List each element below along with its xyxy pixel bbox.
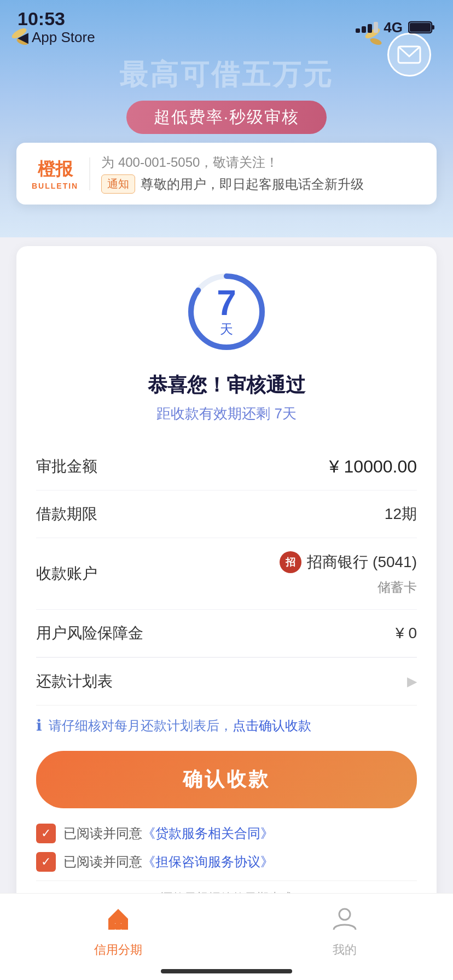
bulletin-divider: [89, 158, 90, 190]
checkbox-text-2: 已阅读并同意《担保咨询服务协议》: [63, 853, 274, 871]
bulletin-logo-text: 橙报: [38, 158, 73, 182]
term-value: 12期: [385, 504, 417, 524]
term-label: 借款期限: [36, 504, 97, 524]
progress-circle-area: 7 天: [36, 268, 417, 355]
risk-row: 用户风险保障金 ¥ 0: [36, 610, 417, 657]
battery-icon: [408, 20, 435, 34]
bulletin-tag: 通知: [101, 174, 135, 194]
signal-icon: [356, 22, 378, 33]
notice-text-main: 请仔细核对每月还款计划表后，: [49, 718, 233, 733]
signal-bar-4: [374, 22, 378, 33]
network-type: 4G: [384, 19, 403, 36]
bank-logo-icon: 招: [280, 551, 301, 573]
profile-icon: [330, 905, 359, 938]
repayment-label: 还款计划表: [36, 671, 113, 692]
bulletin-card: 橙报 BULLETIN 为 400-001-5050，敬请关注！ 通知 尊敬的用…: [16, 143, 437, 205]
nav-home-label: 信用分期: [94, 942, 142, 958]
bulletin-notice-text: 尊敬的用户，即日起客服电话全新升级: [141, 176, 364, 193]
approval-title: 恭喜您！审核通过: [36, 372, 417, 399]
approval-subtitle: 距收款有效期还剩 7天: [36, 404, 417, 423]
svg-point-7: [339, 909, 350, 920]
risk-label: 用户风险保障金: [36, 623, 143, 644]
nav-profile[interactable]: 我的: [330, 905, 359, 958]
appstore-label[interactable]: App Store: [32, 29, 95, 46]
checkbox-link-2[interactable]: 《担保咨询服务协议》: [142, 854, 274, 869]
info-icon: ℹ: [36, 716, 42, 734]
bulletin-phone: 为 400-001-5050，敬请关注！: [101, 154, 421, 171]
term-row: 借款期限 12期: [36, 491, 417, 538]
bank-row: 招 招商银行 (5041): [280, 551, 417, 573]
account-label: 收款账户: [36, 563, 97, 584]
checkbox-row-2: ✓ 已阅读并同意《担保咨询服务协议》: [36, 852, 417, 872]
amount-label: 审批金额: [36, 456, 97, 477]
back-arrow-icon: ◀: [18, 29, 28, 46]
nav-home[interactable]: 信用分期: [94, 905, 142, 958]
account-row: 收款账户 招 招商银行 (5041) 储蓄卡: [36, 538, 417, 610]
checkbox-1[interactable]: ✓: [36, 824, 56, 843]
repayment-arrow-icon: ▶: [407, 674, 417, 689]
main-card: 7 天 恭喜您！审核通过 距收款有效期还剩 7天 审批金额 ¥ 10000.00…: [16, 246, 437, 926]
amount-value: ¥ 10000.00: [329, 457, 417, 477]
bank-name: 招商银行 (5041): [307, 552, 417, 573]
confirm-button[interactable]: 确认收款: [36, 751, 417, 808]
status-bar: 10:53 ◀ App Store 4G: [0, 0, 453, 50]
svg-rect-1: [410, 23, 431, 32]
promo-text: 超低费率·秒级审核: [126, 101, 327, 134]
bank-info: 招 招商银行 (5041) 储蓄卡: [280, 551, 417, 596]
hero-bg-text: 最高可借五万元: [0, 50, 453, 94]
checkbox-link-1[interactable]: 《贷款服务相关合同》: [142, 826, 274, 841]
signal-bar-3: [368, 24, 372, 33]
svg-rect-2: [432, 25, 434, 30]
days-unit: 天: [217, 320, 236, 338]
amount-row: 审批金额 ¥ 10000.00: [36, 443, 417, 491]
notice-row: ℹ 请仔细核对每月还款计划表后，点击确认收款: [36, 705, 417, 740]
bulletin-logo: 橙报 BULLETIN: [32, 158, 78, 190]
checkbox-pre-1: 已阅读并同意: [63, 826, 142, 841]
signal-bar-1: [356, 28, 360, 33]
days-circle: 7 天: [183, 268, 270, 355]
bulletin-content: 为 400-001-5050，敬请关注！ 通知 尊敬的用户，即日起客服电话全新升…: [101, 154, 421, 194]
status-time: 10:53: [18, 9, 95, 29]
checkbox-2[interactable]: ✓: [36, 852, 56, 872]
checkbox-pre-2: 已阅读并同意: [63, 854, 142, 869]
circle-center: 7 天: [217, 285, 236, 338]
bulletin-logo-sub: BULLETIN: [32, 182, 78, 190]
notice-link[interactable]: 点击确认收款: [233, 718, 311, 733]
bulletin-notice-row: 通知 尊敬的用户，即日起客服电话全新升级: [101, 174, 421, 194]
promo-badge: 超低费率·秒级审核: [0, 101, 453, 134]
status-appstore-row: ◀ App Store: [18, 29, 95, 46]
risk-value: ¥ 0: [396, 625, 417, 642]
bottom-nav: 信用分期 我的: [0, 893, 453, 980]
checkbox-row-1: ✓ 已阅读并同意《贷款服务相关合同》: [36, 824, 417, 843]
notice-text: 请仔细核对每月还款计划表后，点击确认收款: [49, 717, 311, 734]
status-left: 10:53 ◀ App Store: [18, 9, 95, 46]
status-right: 4G: [356, 19, 435, 36]
checkbox-text-1: 已阅读并同意《贷款服务相关合同》: [63, 825, 274, 842]
days-number: 7: [217, 285, 236, 320]
nav-profile-label: 我的: [333, 942, 357, 958]
repayment-row[interactable]: 还款计划表 ▶: [36, 657, 417, 705]
home-icon: [104, 905, 132, 938]
bank-type: 储蓄卡: [378, 579, 417, 596]
home-indicator: [161, 969, 292, 973]
svg-rect-6: [115, 923, 121, 930]
signal-bar-2: [362, 26, 366, 33]
